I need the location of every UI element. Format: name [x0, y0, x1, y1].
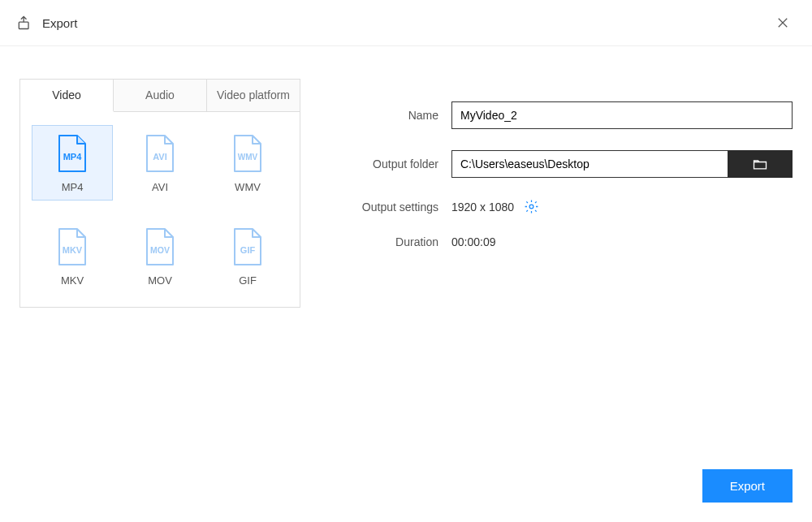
- format-mp4[interactable]: MP4 MP4: [32, 125, 113, 201]
- output-settings-button[interactable]: [524, 199, 539, 214]
- settings-panel: Name Output folder Output settings: [330, 79, 793, 308]
- svg-text:MP4: MP4: [63, 152, 83, 162]
- tab-audio[interactable]: Audio: [114, 80, 207, 111]
- export-icon: [16, 15, 32, 31]
- folder-row: Output folder: [330, 150, 793, 178]
- format-wmv[interactable]: WMV WMV: [207, 125, 288, 201]
- name-input[interactable]: [451, 101, 793, 129]
- duration-row: Duration 00:00:09: [330, 235, 793, 248]
- header-left: Export: [16, 15, 77, 31]
- tab-bar: Video Audio Video platform: [20, 80, 300, 112]
- file-icon-mov: MOV: [144, 227, 176, 266]
- close-button[interactable]: [773, 13, 793, 32]
- file-icon-gif: GIF: [231, 227, 264, 266]
- name-label: Name: [330, 109, 451, 122]
- output-settings-value: 1920 x 1080: [451, 201, 514, 214]
- svg-text:MKV: MKV: [63, 245, 83, 255]
- format-label: MP4: [62, 181, 84, 193]
- format-avi[interactable]: AVI AVI: [119, 125, 201, 201]
- format-grid: MP4 MP4 AVI AVI: [20, 112, 300, 307]
- dialog-footer: Export: [702, 469, 793, 503]
- format-label: GIF: [239, 274, 257, 287]
- svg-text:AVI: AVI: [153, 152, 167, 162]
- name-row: Name: [330, 101, 793, 129]
- svg-text:WMV: WMV: [238, 153, 258, 162]
- format-gif[interactable]: GIF GIF: [207, 218, 288, 294]
- tab-video[interactable]: Video: [20, 80, 114, 112]
- format-label: WMV: [235, 181, 261, 193]
- dialog-content: Video Audio Video platform MP4 MP4: [0, 46, 812, 327]
- file-icon-wmv: WMV: [231, 134, 264, 173]
- duration-value: 00:00:09: [451, 235, 496, 248]
- format-label: MOV: [148, 274, 172, 287]
- format-mov[interactable]: MOV MOV: [119, 218, 201, 294]
- format-label: MKV: [61, 274, 84, 287]
- folder-input[interactable]: [451, 150, 728, 178]
- output-settings-label: Output settings: [330, 201, 451, 214]
- tab-video-platform[interactable]: Video platform: [207, 80, 300, 111]
- duration-label: Duration: [330, 235, 451, 248]
- export-button[interactable]: Export: [702, 469, 793, 503]
- svg-text:GIF: GIF: [240, 245, 256, 255]
- format-mkv[interactable]: MKV MKV: [32, 218, 113, 294]
- svg-text:MOV: MOV: [150, 245, 170, 255]
- folder-label: Output folder: [330, 157, 451, 170]
- svg-point-7: [529, 205, 533, 209]
- svg-rect-0: [19, 22, 28, 28]
- file-icon-avi: AVI: [144, 134, 176, 173]
- output-settings-row: Output settings 1920 x 1080: [330, 199, 793, 214]
- file-icon-mp4: MP4: [56, 134, 89, 173]
- format-panel: Video Audio Video platform MP4 MP4: [19, 79, 300, 308]
- dialog-title: Export: [42, 16, 77, 30]
- file-icon-mkv: MKV: [56, 227, 89, 266]
- dialog-header: Export: [0, 0, 812, 46]
- browse-folder-button[interactable]: [728, 150, 793, 178]
- format-label: AVI: [152, 181, 168, 193]
